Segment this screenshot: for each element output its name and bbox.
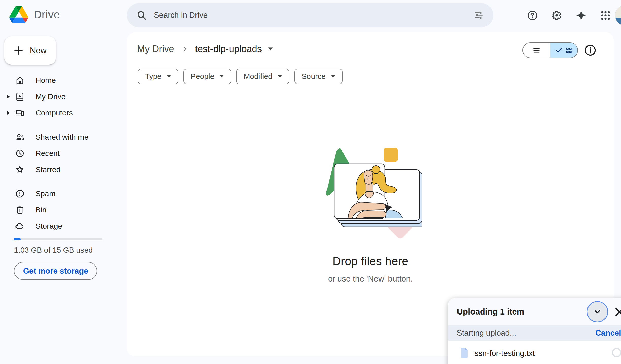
new-button-label: New: [30, 46, 46, 55]
star-icon: [15, 164, 25, 175]
storage-progress-fill: [14, 238, 21, 240]
storage-progress-bar: [14, 238, 102, 240]
sidebar-item-starred[interactable]: Starred: [2, 161, 115, 178]
sidebar-item-recent[interactable]: Recent: [2, 145, 115, 161]
search-icon: [136, 10, 147, 21]
breadcrumb: My Drive test-dlp-uploads: [137, 40, 273, 58]
sidebar-item-my-drive[interactable]: My Drive: [2, 89, 115, 105]
gemini-sparkle-icon: [576, 10, 587, 21]
view-toggle: [522, 42, 578, 58]
upload-status-row: Starting upload... Cancel: [448, 325, 621, 341]
cloud-icon: [15, 221, 25, 231]
chevron-down-icon: [592, 307, 602, 317]
list-view-button[interactable]: [523, 43, 550, 58]
empty-state-title: Drop files here: [127, 254, 614, 268]
info-icon: [584, 44, 597, 57]
file-document-icon: [459, 347, 469, 358]
drive-logo-icon: [9, 6, 28, 23]
search-placeholder: Search in Drive: [154, 11, 473, 20]
my-drive-icon: [15, 92, 25, 102]
sidebar-item-label: Spam: [36, 189, 55, 198]
sidebar-item-label: Home: [36, 76, 56, 85]
sidebar-item-computers[interactable]: Computers: [2, 105, 115, 121]
chip-label: Modified: [243, 72, 272, 81]
breadcrumb-chevron-icon: [181, 46, 188, 52]
topbar-actions: [526, 9, 612, 22]
filter-chip-modified[interactable]: Modified: [236, 69, 289, 84]
expand-caret-icon[interactable]: [2, 111, 15, 115]
computers-icon: [15, 108, 25, 118]
filter-chip-type[interactable]: Type: [138, 69, 178, 84]
grid-view-icon: [565, 46, 573, 54]
uploading-file-name: ssn-for-testing.txt: [475, 349, 535, 358]
trash-icon: [15, 205, 25, 215]
upload-toast-title: Uploading 1 item: [457, 307, 524, 317]
upload-file-row[interactable]: ssn-for-testing.txt: [448, 341, 621, 364]
sidebar-item-label: Bin: [36, 206, 46, 214]
chevron-down-icon: [219, 75, 224, 78]
new-button[interactable]: New: [4, 36, 56, 65]
toast-minimize-button[interactable]: [587, 301, 608, 322]
clock-icon: [15, 148, 25, 158]
sidebar-item-label: Shared with me: [36, 133, 88, 141]
breadcrumb-my-drive[interactable]: My Drive: [137, 44, 174, 54]
settings-gear-icon: [551, 10, 562, 21]
search-input[interactable]: Search in Drive: [127, 3, 493, 27]
google-drive-window: Drive Search in Drive: [0, 0, 621, 364]
sidebar-item-home[interactable]: Home: [2, 72, 115, 89]
upload-spinner-icon: [612, 348, 621, 357]
filter-chip-people[interactable]: People: [183, 69, 231, 84]
help-button[interactable]: [526, 9, 539, 22]
sidebar-item-storage[interactable]: Storage: [2, 218, 115, 234]
sidebar-item-label: Computers: [36, 109, 73, 117]
empty-folder-illustration: [323, 145, 422, 244]
chip-label: Source: [302, 72, 326, 81]
upload-toast-header: Uploading 1 item: [448, 298, 621, 325]
sidebar-item-label: Starred: [36, 165, 60, 174]
gemini-button[interactable]: [575, 9, 587, 22]
sidebar-item-label: Recent: [36, 149, 60, 158]
plus-icon: [13, 45, 24, 56]
sidebar-item-bin[interactable]: Bin: [2, 202, 115, 218]
sidebar-nav: Home My Drive: [2, 72, 115, 234]
storage-usage-text: 1.03 GB of 15 GB used: [14, 246, 93, 254]
grid-view-button-selected[interactable]: [550, 43, 577, 58]
expand-caret-icon[interactable]: [2, 95, 15, 99]
folder-menu-caret-icon[interactable]: [268, 46, 273, 52]
tune-icon[interactable]: [473, 10, 484, 21]
spam-icon: [15, 189, 25, 199]
sidebar-item-label: My Drive: [36, 92, 66, 101]
details-info-button[interactable]: [584, 44, 597, 57]
chevron-down-icon: [331, 75, 335, 78]
shared-people-icon: [15, 132, 25, 142]
yellow-square-shape: [384, 148, 398, 162]
upload-toast: Uploading 1 item Starting upload... Canc…: [448, 298, 621, 364]
get-more-storage-button[interactable]: Get more storage: [14, 262, 97, 280]
check-icon: [555, 46, 563, 54]
upload-status-text: Starting upload...: [457, 328, 516, 338]
chip-label: Type: [145, 72, 161, 81]
filter-chip-source[interactable]: Source: [294, 69, 343, 84]
toast-close-button[interactable]: [614, 306, 621, 318]
app-title: Drive: [34, 8, 60, 21]
breadcrumb-current-folder[interactable]: test-dlp-uploads: [195, 44, 262, 54]
chip-label: People: [191, 72, 214, 81]
sidebar-item-spam[interactable]: Spam: [2, 186, 115, 202]
apps-grid-icon: [600, 10, 611, 21]
home-icon: [15, 75, 25, 86]
filter-chips: Type People Modified Source: [138, 69, 343, 84]
empty-state-subtitle: or use the 'New' button.: [127, 274, 614, 284]
help-icon: [527, 10, 538, 21]
apps-grid-button[interactable]: [599, 9, 612, 22]
settings-button[interactable]: [550, 9, 563, 22]
user-avatar[interactable]: [615, 5, 621, 26]
chevron-down-icon: [277, 75, 282, 78]
chevron-down-icon: [167, 75, 171, 78]
cancel-upload-link[interactable]: Cancel: [595, 328, 621, 338]
sidebar-item-label: Storage: [36, 222, 62, 230]
list-view-icon: [533, 46, 540, 54]
drive-logo-block[interactable]: Drive: [9, 6, 60, 23]
sidebar-item-shared-with-me[interactable]: Shared with me: [2, 129, 115, 145]
